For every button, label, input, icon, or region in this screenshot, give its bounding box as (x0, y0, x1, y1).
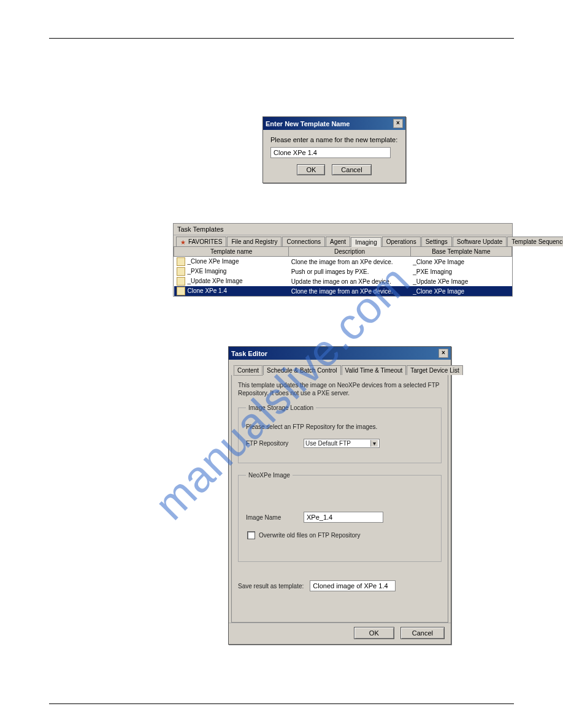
star-icon: ★ (180, 239, 186, 245)
checkbox-icon[interactable] (247, 531, 255, 539)
cancel-button[interactable]: Cancel (332, 164, 371, 175)
dialog-titlebar[interactable]: Enter New Template Name × (263, 117, 405, 130)
task-editor-tabs: Content Schedule & Batch Control Valid T… (231, 362, 448, 375)
tab-settings[interactable]: Settings (421, 237, 452, 246)
ftp-repo-label: FTP Repository (246, 440, 297, 447)
group-legend: NeoXPe Image (246, 472, 293, 479)
dialog-prompt: Please enter a name for the new template… (270, 136, 398, 143)
panel-title: Task Templates (174, 224, 512, 235)
col-base-template[interactable]: Base Template Name (410, 247, 511, 257)
group-image-storage: Image Storage Location Please select an … (238, 404, 442, 463)
ok-button[interactable]: OK (297, 164, 325, 175)
task-templates-panel: Task Templates ★ FAVORITES File and Regi… (173, 223, 513, 297)
overwrite-label: Overwrite old files on FTP Repository (259, 532, 360, 539)
cancel-button[interactable]: Cancel (400, 627, 445, 639)
enter-template-name-dialog: Enter New Template Name × Please enter a… (262, 116, 406, 183)
tab-imaging[interactable]: Imaging (351, 237, 381, 247)
col-description[interactable]: Description (289, 247, 410, 257)
template-name-input[interactable] (270, 147, 391, 158)
save-result-input[interactable] (310, 580, 396, 591)
dialog-titlebar[interactable]: Task Editor × (229, 347, 451, 360)
ok-button[interactable]: OK (354, 627, 394, 639)
template-icon (177, 277, 185, 286)
image-name-label: Image Name (246, 514, 297, 521)
table-row[interactable]: _PXE ImagingPush or pull images by PXE._… (174, 267, 512, 276)
col-template-name[interactable]: Template name (174, 247, 289, 257)
table-row[interactable]: _Update XPe ImageUpdate the image on an … (174, 276, 512, 286)
tab-agent[interactable]: Agent (326, 237, 350, 246)
tab-template-sequence[interactable]: Template Sequence (507, 237, 563, 246)
dialog-title: Enter New Template Name (266, 120, 350, 127)
task-templates-table: Template name Description Base Template … (174, 246, 512, 296)
save-result-label: Save result as template: (238, 583, 304, 590)
page-rule-top (49, 38, 514, 39)
task-templates-tabs: ★ FAVORITES File and Registry Connection… (174, 235, 512, 246)
template-icon (177, 257, 185, 266)
template-icon (177, 267, 185, 276)
tab-schedule[interactable]: Schedule & Batch Control (263, 365, 341, 375)
tab-valid-time[interactable]: Valid Time & Timeout (342, 365, 407, 375)
template-icon (177, 287, 185, 295)
ftp-repo-select[interactable]: Use Default FTP ▾ (304, 439, 380, 448)
task-editor-info: This template updates the image on NeoXP… (238, 381, 442, 397)
image-name-input[interactable] (304, 512, 383, 523)
table-row[interactable]: Clone XPe 1.4Clone the image from an XPe… (174, 286, 512, 296)
close-icon[interactable]: × (393, 119, 403, 128)
table-row[interactable]: _Clone XPe ImageClone the image from an … (174, 257, 512, 267)
group-neoxpe-image: NeoXPe Image Image Name Overwrite old fi… (238, 472, 442, 562)
dialog-title: Task Editor (231, 350, 267, 357)
tab-software-update[interactable]: Software Update (453, 237, 507, 246)
close-icon[interactable]: × (439, 349, 448, 358)
task-editor-dialog: Task Editor × Content Schedule & Batch C… (228, 346, 451, 645)
tab-connections[interactable]: Connections (282, 237, 325, 246)
page-rule-bottom (49, 703, 514, 704)
group-legend: Image Storage Location (246, 404, 316, 411)
tab-favorites[interactable]: ★ FAVORITES (176, 237, 226, 246)
overwrite-checkbox-row[interactable]: Overwrite old files on FTP Repository (247, 531, 434, 539)
tab-content[interactable]: Content (234, 365, 262, 376)
ftp-hint: Please select an FTP Repository for the … (246, 423, 434, 430)
chevron-down-icon: ▾ (370, 440, 378, 447)
tab-target-device[interactable]: Target Device List (407, 365, 462, 375)
tab-operations[interactable]: Operations (382, 237, 421, 246)
tab-file-registry[interactable]: File and Registry (227, 237, 282, 246)
